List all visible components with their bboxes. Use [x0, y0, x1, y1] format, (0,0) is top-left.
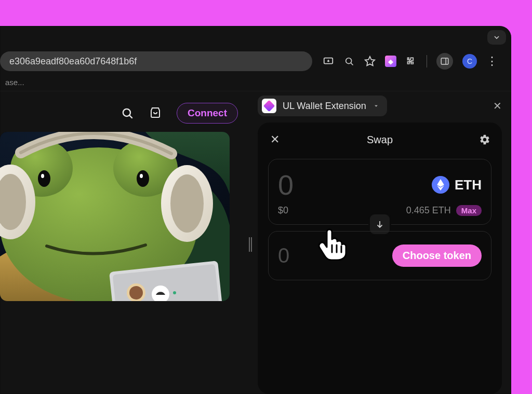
svg-point-23 — [170, 174, 204, 233]
extension-logo-icon — [262, 99, 276, 113]
browser-window: e306a9eadf80ea60d7648f1b6f ◆ C — [0, 26, 511, 394]
toolbar-divider — [427, 55, 427, 67]
from-token-selector[interactable]: ETH — [432, 176, 482, 194]
sidepanel-close-icon[interactable]: ✕ — [493, 100, 502, 112]
zoom-icon[interactable] — [343, 56, 355, 67]
extension-header: UL Wallet Extension ✕ — [258, 94, 502, 117]
side-panel: UL Wallet Extension ✕ ✕ Swap — [252, 94, 511, 394]
address-bar-text: e306a9eadf80ea60d7648f1b6f — [9, 56, 137, 67]
wallet-header: ✕ Swap — [268, 133, 491, 146]
from-fiat-value: $0 — [278, 205, 288, 216]
from-token-symbol: ETH — [455, 177, 482, 193]
bookmarks-bar: ase... — [0, 74, 511, 91]
install-app-icon[interactable] — [323, 56, 334, 67]
connect-button[interactable]: Connect — [177, 103, 238, 124]
from-balance: 0.465 ETH — [406, 205, 451, 216]
extensions-puzzle-icon[interactable] — [406, 56, 417, 67]
extension-name: UL Wallet Extension — [283, 101, 366, 112]
svg-point-17 — [137, 170, 149, 187]
browser-toolbar: e306a9eadf80ea60d7648f1b6f ◆ C — [0, 50, 501, 73]
nft-artwork — [0, 132, 230, 301]
swap-from-box: ETH $0 0.465 ETH Max — [268, 159, 491, 225]
wallet-panel: ✕ Swap ETH — [258, 123, 502, 394]
svg-point-19 — [140, 174, 143, 178]
swap-to-box: 0 Choose token — [268, 231, 491, 280]
svg-marker-3 — [365, 57, 375, 65]
cart-icon[interactable] — [149, 106, 162, 120]
svg-point-1 — [346, 58, 352, 64]
choose-token-label: Choose token — [403, 250, 471, 261]
gear-icon[interactable] — [478, 133, 491, 146]
svg-point-6 — [123, 109, 130, 116]
window-collapse-button[interactable] — [487, 30, 506, 45]
avatar-initial: C — [467, 57, 472, 65]
to-amount: 0 — [278, 244, 289, 267]
bookmark-item[interactable]: ase... — [5, 78, 24, 87]
dapp-toolbar: Connect — [0, 94, 248, 132]
svg-line-2 — [351, 63, 353, 65]
search-icon[interactable] — [121, 106, 134, 120]
panel-splitter[interactable] — [248, 94, 252, 394]
kebab-menu-icon[interactable]: ⋮ — [486, 56, 498, 67]
from-amount-input[interactable] — [278, 169, 361, 201]
page-content: Connect — [0, 94, 248, 394]
svg-point-29 — [173, 291, 176, 294]
svg-point-18 — [41, 174, 44, 178]
splitter-handle-icon — [249, 237, 252, 252]
svg-line-7 — [129, 115, 132, 118]
nft-image-card[interactable] — [0, 132, 230, 301]
svg-point-16 — [38, 170, 50, 187]
diamond-icon: ◆ — [388, 58, 393, 65]
eth-icon — [432, 176, 449, 194]
profile-avatar[interactable]: C — [462, 54, 477, 69]
close-icon[interactable]: ✕ — [268, 133, 282, 146]
browser-actions: ◆ C ⋮ — [316, 53, 501, 70]
wallet-extension-icon[interactable]: ◆ — [385, 56, 396, 67]
bookmark-star-icon[interactable] — [364, 56, 376, 67]
svg-rect-4 — [441, 58, 448, 64]
extension-selector[interactable]: UL Wallet Extension — [258, 96, 387, 116]
max-button[interactable]: Max — [456, 205, 482, 216]
caret-down-icon — [373, 102, 380, 110]
address-bar[interactable]: e306a9eadf80ea60d7648f1b6f — [0, 51, 312, 71]
choose-token-button[interactable]: Choose token — [392, 244, 482, 267]
sidepanel-toggle-icon[interactable] — [436, 53, 453, 70]
svg-point-27 — [129, 286, 143, 300]
connect-label: Connect — [188, 107, 227, 118]
wallet-title: Swap — [367, 134, 393, 146]
